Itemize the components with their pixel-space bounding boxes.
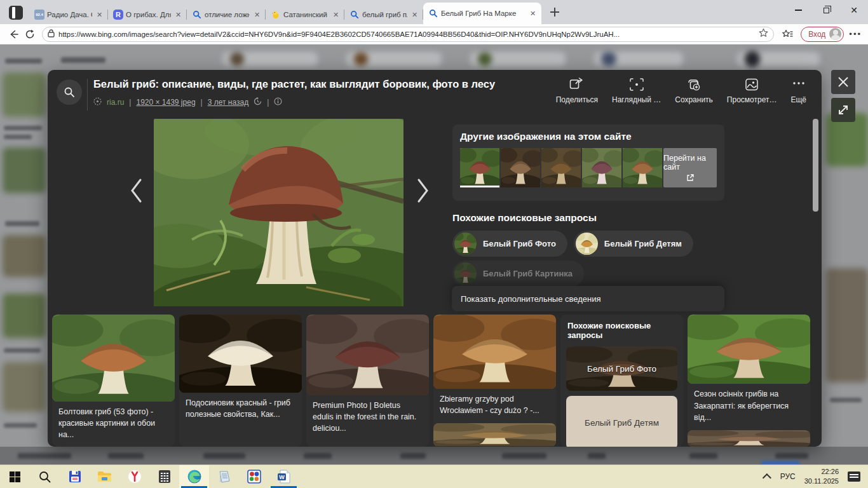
close-icon[interactable]: ✕ — [252, 10, 262, 20]
notepad-button[interactable] — [209, 465, 239, 488]
result-image[interactable] — [52, 315, 175, 402]
show-more-bar[interactable]: Показать дополнительные сведения — [452, 286, 724, 311]
divider — [87, 79, 88, 111]
site-thumbnail[interactable] — [582, 148, 621, 187]
site-thumbnail[interactable] — [460, 148, 499, 187]
result-caption: Premium Photo | Boletus edulis in the fo… — [306, 395, 429, 440]
result-card[interactable]: Zbieramy grzyby pod Wrocławiem - czy duż… — [433, 315, 556, 447]
start-button[interactable] — [0, 465, 30, 488]
browser-nav-bar: https://www.bing.com/images/search?view=… — [0, 24, 868, 44]
notepad-icon — [218, 470, 231, 484]
result-card[interactable]: Premium Photo | Boletus edulis in the fo… — [306, 315, 429, 447]
favorites-list-icon[interactable] — [779, 26, 796, 43]
close-icon[interactable]: ✕ — [331, 10, 341, 20]
history-icon — [254, 97, 262, 107]
calculator-button[interactable] — [149, 465, 179, 488]
minimize-button[interactable] — [784, 0, 812, 20]
save-button[interactable]: Сохранить — [675, 78, 713, 104]
close-icon[interactable]: ✕ — [410, 10, 419, 20]
overlay-scrollbar[interactable] — [813, 119, 818, 212]
close-icon[interactable]: ✕ — [173, 10, 183, 20]
vertical-tabs-icon[interactable] — [9, 6, 23, 20]
preview-button[interactable]: Просмотрет… — [727, 78, 777, 104]
result-card[interactable]: Подосиновик красный - гриб полезные свой… — [179, 315, 302, 447]
file-explorer-button[interactable] — [90, 465, 119, 488]
tab-bely-grib-active[interactable]: Белый Гриб На Марке ✕ — [423, 3, 541, 24]
previous-image-button[interactable] — [126, 175, 146, 206]
language-indicator[interactable]: РУС — [780, 472, 796, 481]
favorite-star-icon[interactable] — [759, 28, 768, 40]
tab-bely-grib-plastin[interactable]: белый гриб пластинча ✕ — [344, 5, 423, 24]
info-icon[interactable] — [274, 97, 282, 107]
show-more-label: Показать дополнительные сведения — [461, 294, 601, 304]
result-card[interactable]: Болтовик гриб (53 фото) - красивые карти… — [52, 315, 175, 447]
share-button[interactable]: Поделиться — [556, 78, 598, 104]
related-chip-partial[interactable]: Белый Гриб Картинка — [452, 261, 584, 287]
related-chip[interactable]: Белый Гриб Детям — [574, 231, 693, 257]
url-text[interactable]: https://www.bing.com/images/search?view=… — [58, 30, 755, 38]
blurred-content — [4, 348, 41, 353]
back-icon[interactable] — [5, 26, 22, 43]
url-bar[interactable]: https://www.bing.com/images/search?view=… — [42, 27, 774, 42]
reload-icon[interactable] — [22, 26, 38, 43]
result-image[interactable] — [306, 315, 429, 395]
result-image[interactable] — [179, 315, 302, 393]
date: 30.11.2025 — [804, 477, 839, 485]
close-overlay-button[interactable] — [831, 70, 855, 94]
tab-radio-dacha[interactable]: 92.4 Радио Дача. Официаль ✕ — [29, 5, 108, 24]
share-icon — [569, 78, 585, 92]
related-search-tile[interactable]: Белый Гриб Фото — [566, 346, 677, 391]
site-thumbnail[interactable] — [623, 148, 662, 187]
site-thumbnail[interactable] — [501, 148, 540, 187]
close-icon[interactable]: ✕ — [95, 10, 104, 20]
visual-search-button[interactable]: Наглядный … — [612, 78, 661, 104]
image-age-link[interactable]: 3 лет назад — [208, 98, 248, 107]
search-icon[interactable] — [57, 79, 82, 105]
result-caption: Zbieramy grzyby pod Wrocławiem - czy duż… — [433, 389, 556, 422]
globe-icon — [93, 97, 102, 107]
paint-button[interactable] — [239, 465, 269, 488]
more-button[interactable]: Ещё — [790, 78, 806, 104]
source-link[interactable]: ria.ru — [107, 98, 124, 107]
result-caption: Болтовик гриб (53 фото) - красивые карти… — [52, 402, 175, 446]
taskbar-clock[interactable]: 22:26 30.11.2025 — [804, 467, 839, 486]
tab-o-gribah[interactable]: R О грибах. Для детей. О ✕ — [108, 5, 187, 24]
site-thumbnail[interactable] — [541, 148, 581, 187]
image-detail-overlay: Белый гриб: описание, виды, где растет, … — [48, 70, 822, 447]
paint-icon — [247, 470, 261, 484]
close-icon[interactable]: ✕ — [528, 9, 538, 18]
next-image-button[interactable] — [414, 175, 433, 206]
action-label: Просмотрет… — [727, 95, 777, 104]
fullscreen-button[interactable] — [831, 98, 855, 122]
image-size-link[interactable]: 1920 × 1439 jpeg — [136, 98, 195, 107]
related-search-tile[interactable]: Белый Гриб Детям — [566, 396, 677, 447]
visit-site-button[interactable]: Перейти на сайт — [663, 148, 717, 187]
browser-menu-icon[interactable]: ••• — [849, 29, 862, 39]
new-tab-button[interactable] — [546, 4, 563, 20]
action-center-icon[interactable] — [848, 471, 860, 482]
result-image[interactable] — [433, 315, 556, 389]
restore-button[interactable] — [812, 0, 840, 20]
result-image[interactable] — [688, 430, 810, 447]
tab-otlichie[interactable]: отличие ложных опят ✕ — [187, 5, 266, 24]
tab-title: белый гриб пластинча — [362, 11, 407, 18]
edge-button[interactable] — [179, 465, 209, 488]
main-image[interactable] — [154, 119, 403, 306]
signin-button[interactable]: Вход — [801, 27, 844, 42]
tab-title: О грибах. Для детей. О — [126, 11, 171, 18]
tray-expand-icon[interactable] — [763, 473, 771, 482]
signin-label: Вход — [808, 30, 825, 39]
blurred-content — [3, 294, 46, 338]
taskbar-save-app[interactable] — [60, 465, 90, 488]
tab-sataninsky[interactable]: Сатанинский гриб: оп ✕ — [266, 5, 344, 24]
blurred-content — [5, 58, 42, 64]
result-image[interactable] — [688, 315, 810, 384]
yandex-browser-button[interactable] — [119, 465, 149, 488]
related-chip[interactable]: Белый Гриб Фото — [452, 231, 567, 257]
taskbar-search-button[interactable] — [30, 465, 60, 488]
close-window-button[interactable]: ✕ — [840, 0, 868, 20]
result-card[interactable]: Сезон осінніх грибів на Закарпатті: як в… — [688, 315, 810, 447]
blurred-content — [745, 51, 760, 67]
word-button[interactable]: W — [269, 465, 299, 488]
result-image[interactable] — [433, 423, 556, 446]
